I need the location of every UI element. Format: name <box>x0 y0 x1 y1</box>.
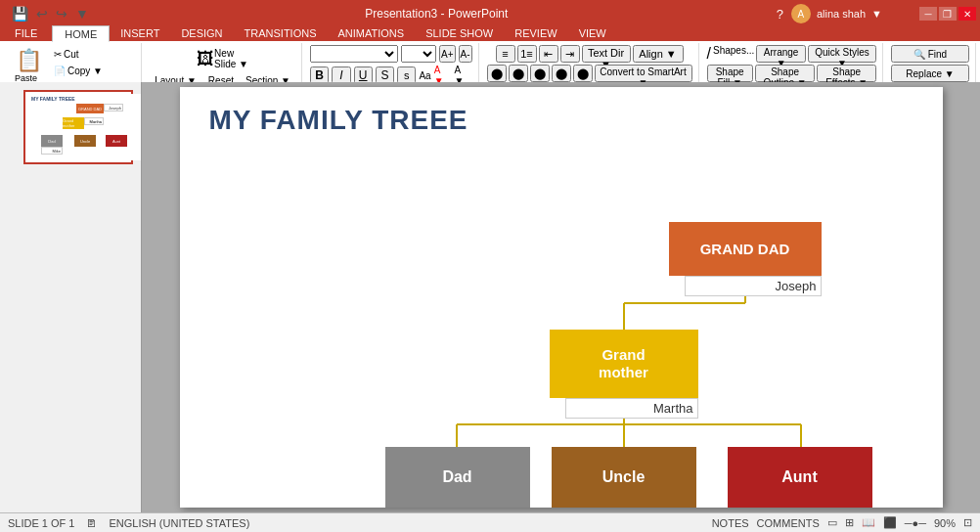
redo-icon[interactable]: ↪ <box>54 4 69 23</box>
tab-file[interactable]: FILE <box>0 25 52 41</box>
notes-button[interactable]: NOTES <box>712 517 749 529</box>
new-slide-button[interactable]: 🖼NewSlide ▼ <box>192 45 253 72</box>
minimize-button[interactable]: ─ <box>919 7 937 21</box>
grandmother-node[interactable]: Grandmother Martha <box>550 330 698 419</box>
smartart-button[interactable]: Convert to SmartArt ▼ <box>595 65 692 82</box>
window-controls[interactable]: ─ ❐ ✕ <box>919 7 976 21</box>
title-bar: 💾 ↩ ↪ ▼ Presentation3 - PowerPoint ? A a… <box>0 0 980 41</box>
status-icons: 🖹 <box>86 517 97 529</box>
find-button[interactable]: 🔍 Find <box>891 45 969 63</box>
align-center-button[interactable]: ⬤ <box>509 65 528 82</box>
zoom-slider[interactable]: ─●─ <box>905 517 926 529</box>
tree-connectors <box>180 87 943 508</box>
save-icon[interactable]: 💾 <box>10 4 30 23</box>
numbering-button[interactable]: 1≡ <box>517 45 537 63</box>
close-button[interactable]: ✕ <box>958 7 976 21</box>
tab-animations[interactable]: ANIMATIONS <box>328 25 416 41</box>
tab-home[interactable]: HOME <box>52 25 110 42</box>
undo-icon[interactable]: ↩ <box>34 4 50 23</box>
tab-slideshow[interactable]: SLIDE SHOW <box>415 25 504 41</box>
fit-slide-button[interactable]: ⊡ <box>963 516 972 529</box>
uncle-box: Uncle <box>552 447 696 508</box>
tab-insert[interactable]: INSERT <box>110 25 170 41</box>
slide-thumbnail-1[interactable]: MY FAMILY TREEE GRAND DAD Joseph Grand m… <box>23 90 133 164</box>
shape-line-icon[interactable]: / <box>707 45 711 63</box>
decrease-indent-button[interactable]: ⇤ <box>539 45 558 63</box>
grandmother-box: Grandmother <box>550 330 698 398</box>
font-family-select[interactable] <box>310 45 398 63</box>
tab-review[interactable]: REVIEW <box>504 25 567 41</box>
aunt-node[interactable]: Aunt Anne <box>728 447 872 508</box>
comments-button[interactable]: COMMENTS <box>757 517 820 529</box>
arrange-button[interactable]: Arrange ▼ <box>756 45 806 63</box>
bullets-button[interactable]: ≡ <box>496 45 515 63</box>
cut-button[interactable]: ✂Cut <box>49 47 135 62</box>
status-left: SLIDE 1 OF 1 🖹 ENGLISH (UNITED STATES) <box>8 517 249 529</box>
granddad-node[interactable]: GRAND DAD Joseph <box>669 222 822 296</box>
tab-view[interactable]: VIEW <box>568 25 617 41</box>
dad-box: Dad <box>385 447 530 508</box>
dad-node[interactable]: Dad Mike <box>385 447 530 508</box>
more-qa-icon[interactable]: ▼ <box>73 4 91 23</box>
zoom-level: 90% <box>934 517 956 529</box>
increase-indent-button[interactable]: ⇥ <box>560 45 580 63</box>
granddad-box: GRAND DAD <box>669 222 822 276</box>
slide-canvas[interactable]: MY FAMILY TREEE <box>180 87 943 508</box>
user-area: A alina shah ▼ <box>791 4 882 23</box>
font-size-select[interactable] <box>401 45 436 63</box>
shapes-panel[interactable]: Shapes... <box>713 45 754 63</box>
shape-outline-button[interactable]: Shape Outline ▼ <box>755 65 816 82</box>
text-direction-button[interactable]: Text Dir ▼ <box>582 45 631 63</box>
language: ENGLISH (UNITED STATES) <box>109 517 249 529</box>
align-text-button[interactable]: Align ▼ <box>633 45 684 63</box>
quick-styles-button[interactable]: Quick Styles ▼ <box>808 45 876 63</box>
shape-fill-button[interactable]: Shape Fill ▼ <box>707 65 753 82</box>
tab-design[interactable]: DESIGN <box>170 25 233 41</box>
columns-button[interactable]: ⬤ <box>573 65 593 82</box>
increase-font-button[interactable]: A+ <box>439 45 456 63</box>
user-menu-icon[interactable]: ▼ <box>871 8 882 20</box>
app-title: Presentation3 - PowerPoint <box>365 7 508 21</box>
tab-transitions[interactable]: TRANSITIONS <box>234 25 328 41</box>
quick-access-toolbar[interactable]: 💾 ↩ ↪ ▼ <box>4 2 97 25</box>
slide-count: SLIDE 1 OF 1 <box>8 517 74 529</box>
justify-button[interactable]: ⬤ <box>552 65 571 82</box>
help-icon[interactable]: ? <box>777 7 783 22</box>
canvas-area: MY FAMILY TREEE <box>142 82 980 512</box>
view-presenter-icon[interactable]: ⬛ <box>883 516 897 529</box>
view-reading-icon[interactable]: 📖 <box>862 516 875 529</box>
aunt-box: Aunt <box>728 447 872 508</box>
slides-panel: 1 MY FAMILY TREEE GRAND DAD Joseph Grand… <box>0 82 142 512</box>
align-right-button[interactable]: ⬤ <box>530 65 550 82</box>
thumbnail-content: MY FAMILY TREEE GRAND DAD Joseph Grand m… <box>27 94 142 160</box>
granddad-name: Joseph <box>685 276 822 296</box>
user-name: alina shah <box>817 8 866 20</box>
grandmother-name: Martha <box>565 398 698 419</box>
copy-button[interactable]: 📄Copy ▼ <box>49 64 135 78</box>
paste-icon: 📋 <box>16 48 42 73</box>
view-slide-sorter-icon[interactable]: ⊞ <box>845 516 854 529</box>
view-normal-icon[interactable]: ▭ <box>827 516 837 529</box>
shape-effects-button[interactable]: Shape Effects ▼ <box>817 65 876 82</box>
status-bar: SLIDE 1 OF 1 🖹 ENGLISH (UNITED STATES) N… <box>0 512 980 532</box>
main-area: 1 MY FAMILY TREEE GRAND DAD Joseph Grand… <box>0 82 980 512</box>
uncle-node[interactable]: Uncle Peter <box>552 447 696 508</box>
align-left-button[interactable]: ⬤ <box>487 65 507 82</box>
decrease-font-button[interactable]: A- <box>459 45 472 63</box>
status-right: NOTES COMMENTS ▭ ⊞ 📖 ⬛ ─●─ 90% ⊡ <box>712 516 972 529</box>
replace-button[interactable]: Replace ▼ <box>891 65 969 82</box>
user-avatar: A <box>791 4 811 23</box>
restore-button[interactable]: ❐ <box>939 7 957 21</box>
slide-title: MY FAMILY TREEE <box>209 105 468 136</box>
